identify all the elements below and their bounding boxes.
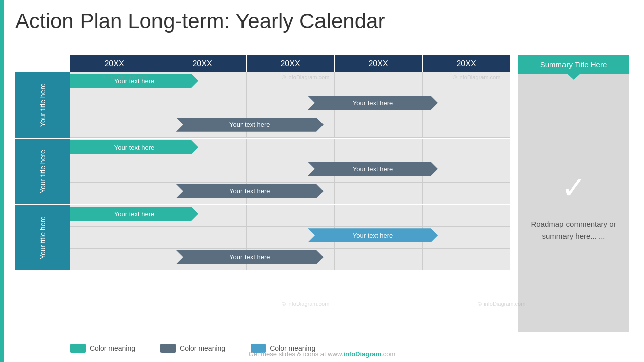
footer: Get these slides & icons at www.infoDiag…	[15, 350, 629, 358]
summary-title: Summary Title Here	[540, 60, 607, 69]
footer-text-prefix: Get these slides & icons at www.	[249, 350, 344, 358]
year-col-1: 20XX	[70, 55, 158, 72]
page-title: Action Plan Long-term: Yearly Calendar	[15, 9, 385, 33]
main-content: 20XX 20XX 20XX 20XX 20XX Your title here	[15, 55, 629, 332]
grid-row-2-2	[70, 160, 510, 182]
row-title-2: Your title here	[15, 139, 70, 204]
footer-brand: infoDiagram	[343, 350, 381, 358]
grid-row-1-3	[70, 116, 510, 138]
row-group-3: Your title here	[15, 205, 510, 270]
year-col-3: 20XX	[247, 55, 335, 72]
left-accent-bar	[0, 0, 4, 362]
year-header-row: 20XX 20XX 20XX 20XX 20XX	[70, 55, 510, 72]
grid-row-3-3	[70, 249, 510, 270]
grid-row-3-1	[70, 205, 510, 227]
gantt-area: 20XX 20XX 20XX 20XX 20XX Your title here	[15, 55, 510, 332]
summary-commentary: Roadmap commentary or summary here... ..…	[528, 218, 619, 242]
grid-row-3-2	[70, 227, 510, 248]
summary-panel: Summary Title Here ✓ Roadmap commentary …	[518, 55, 629, 332]
grid-row-1-1	[70, 72, 510, 94]
grid-row-2-3	[70, 183, 510, 204]
checkmark-icon: ✓	[561, 164, 586, 212]
grid-row-2-1	[70, 139, 510, 160]
year-col-5: 20XX	[423, 55, 510, 72]
grid-area-3: Your text here Your text here Your text …	[70, 205, 510, 270]
summary-body: ✓ Roadmap commentary or summary here... …	[518, 74, 629, 332]
grid-area-2: Your text here Your text here Your text …	[70, 139, 510, 204]
year-col-4: 20XX	[335, 55, 423, 72]
grid-row-1-2	[70, 94, 510, 116]
footer-text-suffix: .com	[381, 350, 395, 358]
row-group-1: Your title here	[15, 72, 510, 139]
summary-header: Summary Title Here	[518, 55, 629, 74]
year-col-2: 20XX	[158, 55, 247, 72]
grid-area-1: Your text here Your text here Your text …	[70, 72, 510, 138]
row-group-2: Your title here	[15, 139, 510, 205]
row-title-3: Your title here	[15, 205, 70, 270]
row-title-1: Your title here	[15, 72, 70, 138]
